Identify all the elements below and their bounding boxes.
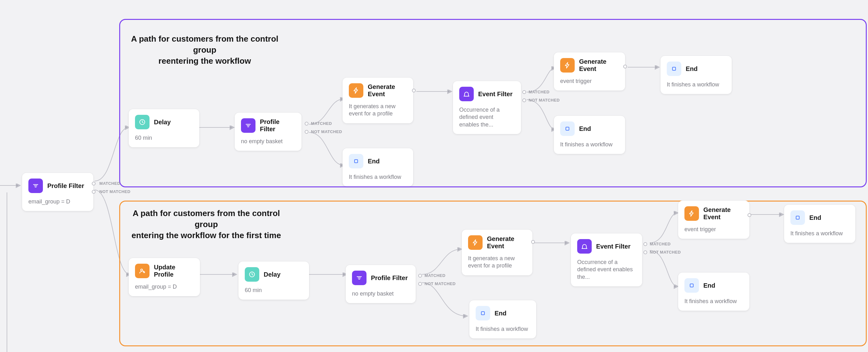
node-top-generate-event-2[interactable]: Generate Event event trigger (554, 52, 625, 91)
node-title: Generate Event (487, 235, 525, 250)
node-subtitle: It finishes a workflow (684, 298, 743, 305)
end-icon (667, 62, 681, 76)
output-dot (412, 89, 416, 92)
node-subtitle: Occurrence of a defined event enables th… (577, 259, 635, 281)
node-title: End (579, 125, 591, 132)
event-icon (468, 235, 483, 250)
node-bot-end-2[interactable]: End It finishes a workflow (678, 273, 749, 311)
node-subtitle: email_group = D (135, 283, 193, 290)
node-subtitle: It finishes a workflow (667, 81, 725, 88)
node-title: Profile Filter (47, 182, 84, 190)
end-icon (684, 278, 699, 293)
output-dot (418, 282, 422, 286)
branch-not-matched: NOT MATCHED (650, 250, 681, 255)
node-title: Event Filter (478, 91, 513, 98)
node-top-event-filter[interactable]: Event Filter Occurrence of a defined eve… (453, 81, 521, 134)
filter-icon (28, 179, 43, 193)
node-root-profile-filter[interactable]: Profile Filter email_group = D (22, 173, 93, 211)
event-icon (560, 58, 575, 72)
node-top-generate-event-1[interactable]: Generate Event It generates a new event … (343, 77, 413, 123)
output-dot (623, 65, 627, 68)
output-dot (305, 122, 308, 126)
node-title: Delay (154, 119, 170, 126)
node-bot-update-profile[interactable]: Update Profile email_group = D (129, 258, 200, 296)
node-title: Event Filter (596, 243, 630, 250)
node-title: Profile Filter (260, 118, 294, 133)
node-title: Delay (264, 271, 280, 278)
node-subtitle: It finishes a workflow (476, 325, 530, 333)
node-subtitle: event trigger (684, 226, 742, 233)
branch-not-matched: NOT MATCHED (99, 189, 130, 194)
node-title: Profile Filter (371, 275, 408, 282)
node-subtitle: It finishes a workflow (790, 230, 849, 237)
node-title: End (368, 158, 380, 165)
output-dot (418, 274, 422, 278)
node-bot-generate-event-1[interactable]: Generate Event It generates a new event … (462, 230, 532, 275)
node-subtitle: It generates a new event for a profile (349, 103, 406, 118)
output-dot (522, 98, 526, 102)
branch-not-matched: NOT MATCHED (425, 281, 456, 286)
branch-matched: MATCHED (311, 121, 332, 126)
node-subtitle: It finishes a workflow (349, 173, 407, 181)
output-dot (644, 250, 647, 254)
node-subtitle: event trigger (560, 77, 618, 85)
svg-rect-23 (481, 312, 485, 315)
node-title: End (686, 65, 698, 72)
event-icon (349, 83, 363, 98)
end-icon (349, 154, 363, 168)
node-title: End (495, 310, 506, 317)
branch-matched: MATCHED (99, 181, 120, 186)
node-bot-event-filter[interactable]: Event Filter Occurrence of a defined eve… (571, 233, 642, 286)
node-subtitle: no empty basket (241, 138, 294, 145)
node-subtitle: no empty basket (352, 290, 409, 297)
svg-rect-25 (796, 216, 799, 219)
node-subtitle: 60 min (245, 287, 302, 294)
node-subtitle: 60 min (135, 134, 192, 141)
filter-icon (241, 118, 255, 133)
node-top-delay[interactable]: Delay 60 min (129, 109, 199, 147)
end-icon (476, 306, 490, 320)
node-subtitle: It finishes a workflow (560, 141, 619, 148)
output-dot (305, 130, 308, 134)
node-title: End (703, 282, 715, 289)
bell-icon (577, 239, 592, 254)
svg-rect-15 (354, 160, 358, 163)
clock-icon (245, 267, 259, 282)
event-icon (684, 206, 699, 221)
output-dot (747, 213, 751, 217)
node-title: Generate Event (703, 206, 742, 221)
node-subtitle: email_group = D (28, 198, 86, 205)
svg-rect-16 (566, 127, 569, 130)
branch-not-matched: NOT MATCHED (311, 129, 342, 134)
node-bot-end-3[interactable]: End It finishes a workflow (784, 205, 856, 243)
user-edit-icon (135, 264, 150, 278)
node-title: Generate Event (368, 83, 406, 98)
end-icon (560, 122, 575, 136)
node-subtitle: It generates a new event for a profile (468, 255, 525, 270)
branch-matched: MATCHED (650, 242, 671, 246)
svg-point-18 (141, 269, 143, 271)
branch-not-matched: NOT MATCHED (529, 98, 560, 102)
node-bot-delay[interactable]: Delay 60 min (239, 261, 309, 300)
svg-rect-24 (690, 284, 693, 287)
node-title: Generate Event (579, 58, 618, 72)
region-title-bottom: A path for customers from the control gr… (131, 208, 282, 241)
node-bot-generate-event-2[interactable]: Generate Event event trigger (678, 201, 749, 239)
node-top-profile-filter[interactable]: Profile Filter no empty basket (235, 113, 302, 151)
region-title-top: A path for customers from the control gr… (131, 33, 279, 67)
node-top-end-2[interactable]: End It finishes a workflow (554, 116, 625, 154)
branch-matched: MATCHED (529, 90, 550, 94)
output-dot (531, 240, 535, 244)
output-dot (644, 242, 647, 246)
node-title: Update Profile (154, 264, 193, 278)
output-dot (92, 190, 96, 194)
svg-rect-17 (673, 67, 676, 70)
workflow-canvas: A path for customers from the control gr… (0, 0, 868, 352)
node-bot-end-1[interactable]: End It finishes a workflow (469, 300, 536, 339)
node-bot-profile-filter[interactable]: Profile Filter no empty basket (346, 265, 416, 303)
branch-matched: MATCHED (425, 273, 445, 278)
node-top-end-1[interactable]: End It finishes a workflow (343, 148, 413, 186)
clock-icon (135, 115, 150, 129)
node-title: End (809, 214, 821, 221)
node-top-end-3[interactable]: End It finishes a workflow (660, 56, 732, 94)
